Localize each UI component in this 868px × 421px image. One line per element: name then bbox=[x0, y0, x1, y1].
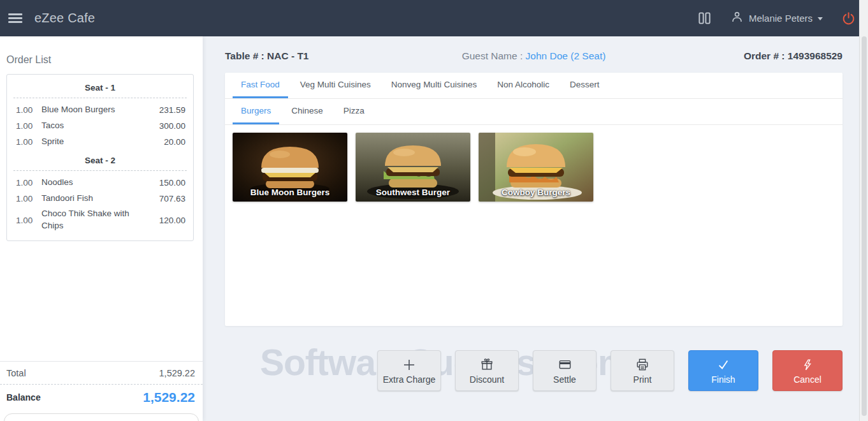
guest-name-row: Guest Name : John Doe (2 Seat) bbox=[418, 50, 649, 62]
print-button[interactable]: Print bbox=[611, 350, 674, 391]
item-qty: 1.00 bbox=[16, 121, 35, 131]
product-name: Blue Moon Burgers bbox=[233, 188, 347, 197]
divider bbox=[13, 98, 187, 98]
user-name: Melanie Peters bbox=[749, 13, 813, 24]
order-item[interactable]: 1.00 Noodles 150.00 bbox=[7, 175, 193, 191]
item-price: 20.00 bbox=[164, 137, 185, 147]
order-list-title: Order List bbox=[0, 36, 203, 66]
table-layout-icon[interactable] bbox=[698, 11, 711, 25]
check-icon bbox=[716, 357, 730, 373]
credit-card-icon bbox=[558, 357, 572, 373]
hamburger-menu-icon[interactable] bbox=[8, 13, 22, 23]
subtab-pizza[interactable]: Pizza bbox=[335, 99, 373, 124]
order-list-sidebar: Order List Seat - 1 1.00 Blue Moon Burge… bbox=[0, 36, 203, 421]
tab-veg-multi-cuisines[interactable]: Veg Multi Cuisines bbox=[292, 73, 379, 98]
item-qty: 1.00 bbox=[16, 105, 35, 115]
subtab-chinese[interactable]: Chinese bbox=[283, 99, 331, 124]
category-tabs: Fast Food Veg Multi Cuisines Nonveg Mult… bbox=[225, 73, 843, 99]
item-qty: 1.00 bbox=[16, 178, 35, 188]
product-grid: Blue Moon Burgers bbox=[225, 125, 843, 209]
scrollbar-thumb[interactable] bbox=[862, 36, 867, 416]
menu-panel: Fast Food Veg Multi Cuisines Nonveg Mult… bbox=[225, 73, 843, 326]
order-item[interactable]: 1.00 Blue Moon Burgers 231.59 bbox=[7, 102, 193, 118]
subcategory-tabs: Burgers Chinese Pizza bbox=[225, 99, 843, 125]
tab-dessert[interactable]: Dessert bbox=[561, 73, 608, 98]
order-item[interactable]: 1.00 Choco Thik Shake with Chips 120.00 bbox=[7, 206, 193, 234]
item-name: Tacos bbox=[41, 120, 153, 132]
topbar-right: Melanie Peters bbox=[698, 10, 855, 26]
item-name: Tandoori Fish bbox=[41, 193, 153, 205]
order-item[interactable]: 1.00 Tacos 300.00 bbox=[7, 118, 193, 134]
total-value: 1,529.22 bbox=[159, 368, 195, 378]
item-name: Noodles bbox=[41, 177, 153, 189]
total-row: Total 1,529.22 bbox=[0, 361, 203, 384]
app-title: eZee Cafe bbox=[34, 11, 95, 26]
table-number: Table # : NAC - T1 bbox=[225, 50, 418, 62]
product-card[interactable]: Blue Moon Burgers bbox=[233, 133, 347, 202]
item-name: Choco Thik Shake with Chips bbox=[41, 208, 153, 232]
settle-button[interactable]: Settle bbox=[533, 350, 597, 391]
balance-row: Balance 1,529.22 bbox=[0, 384, 203, 409]
total-label: Total bbox=[6, 368, 26, 378]
order-header: Table # : NAC - T1 Guest Name : John Doe… bbox=[203, 36, 868, 62]
order-card: Seat - 1 1.00 Blue Moon Burgers 231.59 1… bbox=[6, 74, 194, 241]
subtab-burgers[interactable]: Burgers bbox=[233, 99, 279, 124]
lightning-icon bbox=[801, 357, 814, 373]
balance-label: Balance bbox=[6, 392, 41, 403]
item-price: 120.00 bbox=[159, 216, 185, 225]
user-icon bbox=[730, 10, 744, 26]
user-menu[interactable]: Melanie Peters bbox=[730, 10, 823, 26]
balance-value: 1,529.22 bbox=[143, 390, 195, 405]
bottom-pill[interactable] bbox=[4, 413, 199, 421]
extra-charge-button[interactable]: Extra Charge bbox=[377, 350, 441, 391]
finish-button[interactable]: Finish bbox=[688, 350, 758, 391]
item-qty: 1.00 bbox=[16, 216, 35, 225]
top-bar: eZee Cafe Melanie Peters bbox=[0, 0, 868, 36]
printer-icon bbox=[635, 357, 649, 373]
item-price: 300.00 bbox=[159, 121, 185, 131]
chevron-down-icon bbox=[818, 17, 823, 20]
item-qty: 1.00 bbox=[16, 137, 35, 147]
action-buttons: Extra Charge Discount Settle bbox=[203, 350, 843, 391]
product-card[interactable]: Southwest Burger bbox=[356, 133, 470, 202]
gift-icon bbox=[480, 357, 494, 373]
discount-button[interactable]: Discount bbox=[455, 350, 519, 391]
item-price: 707.63 bbox=[159, 194, 185, 203]
product-card[interactable]: Cowboy Burgers bbox=[479, 133, 593, 202]
tab-fast-food[interactable]: Fast Food bbox=[233, 73, 288, 98]
product-name: Southwest Burger bbox=[356, 188, 470, 197]
power-icon[interactable] bbox=[842, 11, 855, 25]
order-number: Order # : 1493968529 bbox=[649, 50, 843, 62]
main-area: Table # : NAC - T1 Guest Name : John Doe… bbox=[203, 36, 868, 421]
seat-header: Seat - 1 bbox=[7, 77, 193, 98]
seat-header: Seat - 2 bbox=[7, 150, 193, 170]
divider bbox=[13, 170, 187, 171]
item-name: Blue Moon Burgers bbox=[41, 104, 153, 116]
tab-nonveg-multi-cuisines[interactable]: Nonveg Multi Cuisines bbox=[383, 73, 485, 98]
plus-icon bbox=[402, 357, 416, 373]
cancel-button[interactable]: Cancel bbox=[772, 350, 843, 391]
item-price: 231.59 bbox=[159, 105, 185, 115]
order-item[interactable]: 1.00 Tandoori Fish 707.63 bbox=[7, 191, 193, 207]
vertical-scrollbar[interactable] bbox=[859, 0, 868, 421]
item-price: 150.00 bbox=[159, 178, 185, 188]
guest-name-label: Guest Name : bbox=[462, 50, 526, 61]
item-name: Sprite bbox=[41, 136, 157, 148]
guest-name-link[interactable]: John Doe (2 Seat) bbox=[526, 50, 606, 61]
item-qty: 1.00 bbox=[16, 194, 35, 203]
tab-non-alcoholic[interactable]: Non Alcoholic bbox=[489, 73, 558, 98]
order-item[interactable]: 1.00 Sprite 20.00 bbox=[7, 134, 193, 150]
totals-section: Total 1,529.22 Balance 1,529.22 bbox=[0, 361, 203, 421]
product-name: Cowboy Burgers bbox=[479, 188, 593, 197]
